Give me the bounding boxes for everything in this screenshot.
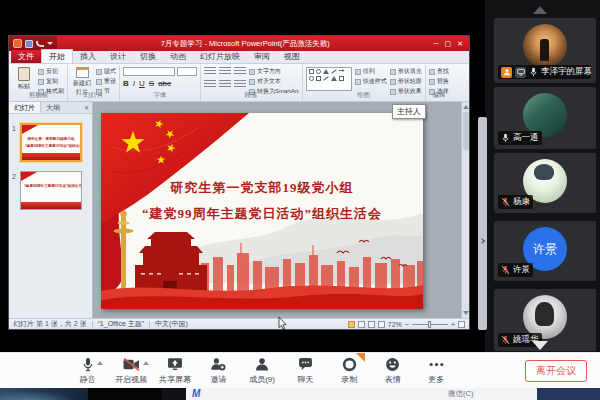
- bold-button[interactable]: B: [123, 79, 129, 89]
- shapes-gallery[interactable]: [306, 67, 352, 91]
- copy-button[interactable]: 复制: [38, 77, 64, 86]
- reading-view-button[interactable]: [368, 321, 375, 328]
- tab-insert[interactable]: 插入: [73, 50, 103, 63]
- participant-tile[interactable]: 许景 许景: [494, 221, 596, 281]
- panel-tab-outline[interactable]: 大纲: [41, 102, 65, 113]
- participant-name: 李泽宇的屏幕...: [541, 66, 591, 78]
- numbering-icon[interactable]: [219, 67, 231, 76]
- scroll-up-icon[interactable]: [463, 105, 469, 109]
- zoom-out-button[interactable]: −: [405, 321, 409, 328]
- tab-file[interactable]: 文件: [11, 50, 41, 63]
- tab-slideshow[interactable]: 幻灯片放映: [193, 50, 247, 63]
- microphone-icon: [82, 357, 94, 372]
- sidebar-collapse-handle[interactable]: [478, 117, 487, 330]
- maximize-icon[interactable]: ▢: [445, 36, 452, 51]
- align-right-icon[interactable]: [234, 80, 246, 89]
- leave-meeting-button[interactable]: 离开会议: [525, 360, 587, 382]
- copy-icon: [38, 79, 44, 85]
- share-screen-button[interactable]: 共享屏幕: [153, 356, 197, 385]
- video-options-caret-icon[interactable]: [143, 361, 149, 365]
- members-button[interactable]: 成员(9): [240, 356, 284, 385]
- chat-button[interactable]: 聊天: [284, 356, 328, 385]
- reset-button[interactable]: 重设: [96, 77, 116, 86]
- indent-icon[interactable]: [234, 67, 246, 76]
- text-direction-button[interactable]: 文字方向: [249, 67, 299, 76]
- underline-button[interactable]: U: [139, 79, 145, 89]
- members-icon: [255, 357, 269, 371]
- quick-styles-button[interactable]: 快速样式: [355, 77, 387, 86]
- scrollbar-thumb[interactable]: [463, 112, 469, 150]
- more-button[interactable]: 更多: [415, 356, 459, 385]
- undo-icon[interactable]: [36, 41, 44, 47]
- paste-button[interactable]: 粘贴: [13, 67, 35, 91]
- strikethrough-button[interactable]: S: [149, 79, 154, 89]
- close-icon[interactable]: ✕: [457, 36, 463, 51]
- meeting-app-screen: 7月专题学习 - Microsoft PowerPoint(产品激活失败) ─ …: [0, 0, 600, 400]
- panel-tab-slides[interactable]: 幻灯片: [9, 102, 41, 113]
- ppt-titlebar[interactable]: 7月专题学习 - Microsoft PowerPoint(产品激活失败) ─ …: [9, 36, 469, 51]
- invite-button[interactable]: 邀请: [197, 356, 241, 385]
- normal-view-button[interactable]: [348, 321, 355, 328]
- save-icon[interactable]: [25, 40, 33, 48]
- zoom-level: 72%: [388, 321, 402, 328]
- shape-fill-icon: [390, 69, 396, 75]
- canvas-scrollbar[interactable]: [461, 102, 469, 318]
- participants-scroll-down-icon[interactable]: [532, 341, 548, 350]
- zoom-slider-thumb[interactable]: [428, 321, 431, 328]
- slide-canvas[interactable]: 研究生第一党支部19级党小组 “建党99周年主题党日活动”组织生活会: [93, 102, 461, 318]
- chat-icon: [298, 357, 313, 371]
- find-button[interactable]: 查找: [429, 67, 449, 76]
- slide-thumbnail-2[interactable]: “建党99周年主题党日活动”组织生活会: [20, 171, 82, 210]
- meeting-toolbar: 静音 开启视频 共享屏幕 邀请 成员(9) 聊天: [0, 352, 600, 388]
- slide-title-line2: “建党99周年主题党日活动”组织生活会: [101, 205, 423, 223]
- emoji-button[interactable]: 表情: [371, 356, 415, 385]
- minimize-icon[interactable]: ─: [434, 36, 439, 51]
- zoom-in-button[interactable]: +: [451, 321, 455, 328]
- panel-close-icon[interactable]: ✕: [84, 104, 92, 111]
- font-name-combo[interactable]: [123, 67, 175, 76]
- slide-thumbnail-1[interactable]: 研究生第一党支部19级党小组 “建党99周年主题党日活动”组织生活会: [20, 123, 82, 162]
- align-left-icon[interactable]: [204, 80, 216, 89]
- record-button[interactable]: 录制: [327, 356, 371, 385]
- qat-dropdown-icon[interactable]: [47, 42, 53, 45]
- zoom-slider[interactable]: [412, 324, 448, 325]
- layout-button[interactable]: 版式: [96, 67, 116, 76]
- ppt-app-icon[interactable]: [13, 39, 22, 48]
- participant-tile[interactable]: 高一通: [494, 87, 596, 149]
- language-status: 中文(中国): [155, 319, 188, 329]
- align-center-icon[interactable]: [219, 80, 231, 89]
- participants-scroll-up-icon[interactable]: [533, 6, 547, 14]
- cut-button[interactable]: 剪切: [38, 67, 64, 76]
- mic-muted-icon: [501, 197, 510, 207]
- arrange-button[interactable]: 排列: [355, 67, 387, 76]
- taskbar-partial-text[interactable]: 微信(C): [448, 389, 473, 399]
- start-video-button[interactable]: 开启视频: [110, 356, 154, 385]
- participant-tile[interactable]: 李泽宇的屏幕...: [494, 18, 596, 83]
- font-size-combo[interactable]: [177, 67, 197, 76]
- fit-to-window-button[interactable]: [458, 321, 465, 328]
- slideshow-view-button[interactable]: [378, 321, 385, 328]
- shape-outline-button[interactable]: 形状轮廓: [390, 77, 422, 86]
- italic-button[interactable]: I: [133, 79, 135, 89]
- screen-share-icon: [167, 357, 183, 371]
- tab-home[interactable]: 开始: [41, 49, 73, 63]
- slide-number: 1: [12, 123, 20, 162]
- mute-button[interactable]: 静音: [66, 356, 110, 385]
- clear-format-button[interactable]: abc: [158, 79, 171, 89]
- tab-view[interactable]: 视图: [277, 50, 307, 63]
- shape-fill-button[interactable]: 形状填充: [390, 67, 422, 76]
- taskbar-app-icon[interactable]: M: [192, 388, 200, 400]
- slide-sorter-view-button[interactable]: [358, 321, 365, 328]
- shape-outline-icon: [390, 79, 396, 85]
- scroll-down-icon[interactable]: [463, 311, 469, 315]
- tab-transitions[interactable]: 切换: [133, 50, 163, 63]
- slide-count-status: 幻灯片 第 1 张，共 2 张: [13, 319, 87, 329]
- tab-animations[interactable]: 动画: [163, 50, 193, 63]
- tab-design[interactable]: 设计: [103, 50, 133, 63]
- bullets-icon[interactable]: [204, 67, 216, 76]
- mute-options-caret-icon[interactable]: [97, 361, 103, 365]
- participant-tile[interactable]: 杨康: [494, 153, 596, 213]
- align-text-button[interactable]: 对齐文本: [249, 77, 299, 86]
- replace-button[interactable]: 替换: [429, 77, 449, 86]
- tab-review[interactable]: 审阅: [247, 50, 277, 63]
